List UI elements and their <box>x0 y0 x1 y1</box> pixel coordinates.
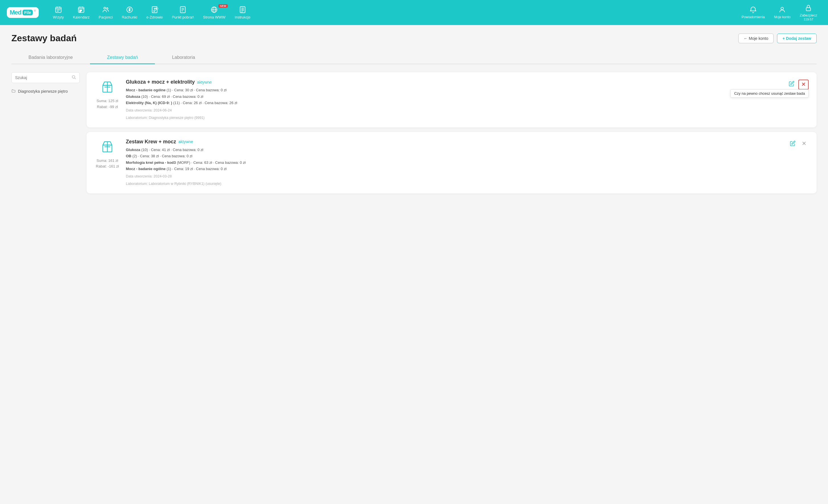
nav-powiadomienia-label: Powiadomienia <box>742 15 765 19</box>
logo-box: Med File ® <box>7 7 39 18</box>
card2-edit-button[interactable] <box>788 139 797 148</box>
card1-status: aktywne <box>197 80 212 85</box>
tab-zestawy[interactable]: Zestawy badań <box>90 51 155 64</box>
page-actions: ← Moje konto + Dodaj zestaw <box>738 34 817 43</box>
card2-delete-button[interactable] <box>799 139 809 148</box>
back-to-account-button[interactable]: ← Moje konto <box>738 34 774 43</box>
sidebar: Diagnostyka pierwsze piętro <box>11 72 80 198</box>
search-box[interactable] <box>11 72 80 83</box>
sidebar-folder-diagnostyka[interactable]: Diagnostyka pierwsze piętro <box>11 88 80 95</box>
tab-badania[interactable]: Badania laboratoryjne <box>11 51 90 64</box>
logo-area[interactable]: Med File ® <box>7 7 39 18</box>
card1-title: Glukoza + mocz + elektrolity aktywne <box>126 79 781 85</box>
main-nav: Wizyty Kalendarz Pacjenci Rachunki + e-Z… <box>49 4 738 21</box>
card1-date: Data utworzenia: 2024-06-24 <box>126 107 781 113</box>
svg-rect-36 <box>806 7 811 10</box>
tab-laboratoria[interactable]: Laboratoria <box>155 51 212 64</box>
rachunki-icon <box>126 6 133 14</box>
page-header: Zestawy badań ← Moje konto + Dodaj zesta… <box>11 33 817 44</box>
card1-line1: Mocz - badanie ogólne (1) · Cena: 30 zł … <box>126 87 781 93</box>
card1-edit-button[interactable] <box>787 80 796 88</box>
nav-strona-www[interactable]: NEW Strona WWW <box>199 4 230 21</box>
card2-line2: OB (2) · Cena: 38 zł · Cena bazowa: 0 zł <box>126 153 782 159</box>
card2-date: Data utworzenia: 2024-03-28 <box>126 174 782 179</box>
page-title: Zestawy badań <box>11 33 77 44</box>
card1-lab: Laboratorium: Diagnostyka pierwsze piętr… <box>126 115 781 121</box>
card1-icon-area: Suma: 125 zł Rabat: -99 zł <box>94 79 120 110</box>
card2-actions <box>788 139 809 148</box>
strona-www-icon <box>210 6 218 14</box>
nav-rachunki[interactable]: Rachunki <box>118 4 141 21</box>
nav-powiadomienia[interactable]: Powiadomienia <box>738 4 769 21</box>
folder-label: Diagnostyka pierwsze piętro <box>18 89 68 94</box>
svg-point-14 <box>107 7 108 9</box>
card2-line1: Glukoza (10) · Cena: 41 zł · Cena bazowa… <box>126 147 782 153</box>
logo-file-text: File <box>23 10 33 15</box>
cards-area: Suma: 125 zł Rabat: -99 zł Glukoza + moc… <box>87 72 817 198</box>
nav-kalendarz[interactable]: Kalendarz <box>69 4 94 21</box>
nav-ezdrowie[interactable]: + e-Zdrowie <box>142 4 167 21</box>
wizyty-icon <box>55 6 62 14</box>
svg-point-35 <box>781 7 784 10</box>
card2-icon-area: Suma: 161 zł Rabat: -161 zł <box>94 139 120 170</box>
nav-zabezpiecz[interactable]: Zabezpiecz 119:57 <box>796 2 821 23</box>
header-right: Powiadomienia Moje konto Zabezpiecz 119:… <box>738 2 821 23</box>
svg-rect-11 <box>81 10 82 11</box>
logo-reg-text: ® <box>34 9 36 12</box>
nav-wizyty-label: Wizyty <box>53 15 64 19</box>
card2-status: aktywne <box>178 139 193 144</box>
svg-rect-10 <box>80 10 81 11</box>
nav-pacjenci[interactable]: Pacjenci <box>95 4 117 21</box>
search-icon <box>72 75 76 81</box>
moje-konto-icon <box>779 6 786 14</box>
card1-delete-button[interactable] <box>798 80 809 90</box>
nav-moje-konto[interactable]: Moje konto <box>770 4 795 21</box>
new-badge: NEW <box>218 4 228 8</box>
nav-strona-www-label: Strona WWW <box>203 15 225 19</box>
powiadomienia-icon <box>749 6 757 14</box>
card2-line4: Mocz - badanie ogólne (1) · Cena: 19 zł … <box>126 166 782 172</box>
card2-box-icon <box>100 140 114 155</box>
card1-body: Glukoza + mocz + elektrolity aktywne Moc… <box>126 79 781 121</box>
nav-instrukcje[interactable]: Instrukcje <box>231 4 255 21</box>
svg-rect-12 <box>80 11 81 12</box>
add-zestaw-button[interactable]: + Dodaj zestaw <box>777 34 817 43</box>
nav-punkt-pobran-label: Punkt pobrań <box>172 15 194 19</box>
svg-text:+: + <box>156 7 157 9</box>
nav-moje-konto-label: Moje konto <box>774 15 791 19</box>
nav-kalendarz-label: Kalendarz <box>73 15 90 19</box>
main-content: Zestawy badań ← Moje konto + Dodaj zesta… <box>0 25 828 206</box>
card1-sum: Suma: 125 zł Rabat: -99 zł <box>96 98 118 110</box>
card1-line3: Elektrolity (Na, K) (ICD-9: ) (11) · Cen… <box>126 100 781 106</box>
card2-lab: Laboratorium: Laboratorium w Rybniki (RY… <box>126 181 782 187</box>
card1-box-icon <box>100 80 114 96</box>
nav-punkt-pobran[interactable]: Punkt pobrań <box>168 4 198 21</box>
nav-wizyty[interactable]: Wizyty <box>49 4 68 21</box>
card-glukoza: Suma: 125 zł Rabat: -99 zł Glukoza + moc… <box>87 72 817 127</box>
main-header: Med File ® Wizyty Kalendarz Pacjenci <box>0 0 828 25</box>
tabs: Badania laboratoryjne Zestawy badań Labo… <box>11 51 817 64</box>
svg-point-37 <box>72 76 75 78</box>
nav-instrukcje-label: Instrukcje <box>235 15 251 19</box>
card2-sum: Suma: 161 zł Rabat: -161 zł <box>96 158 119 170</box>
zabezpiecz-time: 119:57 <box>803 18 813 21</box>
body-layout: Diagnostyka pierwsze piętro <box>11 72 817 198</box>
nav-zabezpiecz-label: Zabezpiecz <box>800 13 817 17</box>
card1-delete-tooltip: Czy na pewno chcesz usunąć zestaw bada <box>730 89 809 98</box>
card2-title: Zestaw Krew + mocz aktywne <box>126 139 782 145</box>
card2-line3: Morfologia krwi pełna - kod3 (MORF) · Ce… <box>126 160 782 166</box>
zabezpiecz-icon <box>805 4 812 13</box>
kalendarz-icon <box>77 6 85 14</box>
ezdrowie-icon: + <box>151 6 158 14</box>
pacjenci-icon <box>102 6 109 14</box>
nav-rachunki-label: Rachunki <box>122 15 137 19</box>
nav-pacjenci-label: Pacjenci <box>99 15 113 19</box>
folder-icon <box>11 89 16 94</box>
card1-line2: Glukoza (10) · Cena: 69 zł · Cena bazowa… <box>126 94 781 99</box>
card1-actions: Czy na pewno chcesz usunąć zestaw bada <box>787 79 809 90</box>
card-zestaw-krew: Suma: 161 zł Rabat: -161 zł Zestaw Krew … <box>87 132 817 193</box>
logo-med-text: Med <box>10 9 22 16</box>
svg-line-38 <box>75 78 76 79</box>
instrukcje-icon <box>239 6 246 14</box>
search-input[interactable] <box>15 75 72 80</box>
